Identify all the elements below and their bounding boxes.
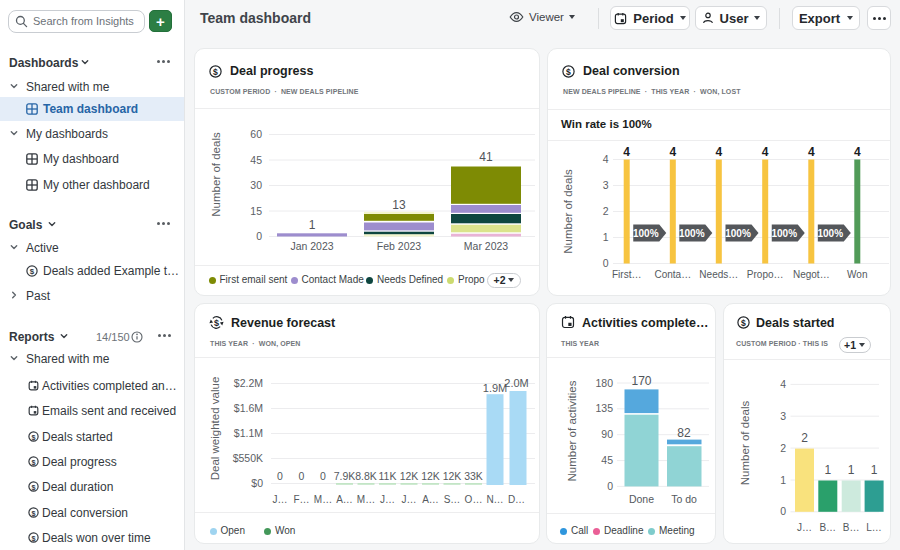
svg-text:To do: To do: [671, 493, 697, 505]
svg-text:Negot…: Negot…: [793, 269, 830, 280]
svg-text:33K: 33K: [464, 470, 483, 482]
svg-text:3: 3: [780, 410, 786, 422]
svg-text:1: 1: [824, 463, 831, 477]
svg-text:Won: Won: [847, 269, 867, 280]
svg-text:60: 60: [250, 128, 262, 140]
svg-text:100%: 100%: [771, 228, 797, 239]
svg-text:0: 0: [603, 257, 609, 269]
svg-text:J…: J…: [380, 494, 395, 505]
svg-text:0: 0: [256, 230, 262, 242]
svg-text:12K: 12K: [443, 470, 462, 482]
svg-text:12K: 12K: [400, 470, 419, 482]
svg-text:1: 1: [848, 463, 855, 477]
svg-text:1: 1: [780, 474, 786, 486]
svg-text:Feb 2023: Feb 2023: [377, 240, 422, 252]
svg-text:$0: $0: [251, 477, 263, 489]
svg-text:L…: L…: [866, 522, 882, 533]
svg-text:$: $: [31, 457, 35, 466]
svg-text:J…: J…: [797, 522, 812, 533]
svg-text:0: 0: [780, 505, 786, 517]
svg-text:$: $: [31, 508, 35, 517]
svg-text:4: 4: [603, 153, 609, 165]
svg-text:45: 45: [601, 454, 613, 466]
svg-text:82: 82: [677, 426, 691, 440]
svg-text:100%: 100%: [633, 228, 659, 239]
svg-text:Number of deals: Number of deals: [210, 132, 222, 217]
svg-text:180: 180: [595, 377, 613, 389]
svg-text:A…: A…: [422, 494, 439, 505]
svg-text:4: 4: [854, 145, 861, 159]
svg-text:11K: 11K: [379, 470, 397, 482]
svg-text:Number of deals: Number of deals: [562, 169, 574, 254]
svg-text:45: 45: [250, 154, 262, 166]
svg-text:F…: F…: [293, 494, 309, 505]
svg-text:4: 4: [762, 145, 769, 159]
svg-text:J…: J…: [402, 494, 417, 505]
svg-text:$: $: [31, 483, 35, 492]
svg-text:1: 1: [603, 231, 609, 243]
svg-text:2.0M: 2.0M: [504, 377, 528, 389]
svg-text:B…: B…: [819, 522, 836, 533]
svg-text:Mar 2023: Mar 2023: [464, 240, 509, 252]
svg-text:Propo…: Propo…: [747, 269, 784, 280]
svg-text:100%: 100%: [725, 228, 751, 239]
svg-text:4: 4: [780, 378, 786, 390]
svg-text:4: 4: [715, 145, 722, 159]
svg-text:4: 4: [623, 145, 630, 159]
svg-text:$550K: $550K: [233, 452, 263, 464]
svg-text:Number of activities: Number of activities: [566, 380, 578, 481]
svg-text:$: $: [31, 534, 35, 543]
svg-text:N…: N…: [486, 494, 503, 505]
svg-text:30: 30: [250, 179, 262, 191]
svg-text:S…: S…: [444, 494, 461, 505]
svg-text:3: 3: [603, 179, 609, 191]
svg-text:170: 170: [631, 374, 651, 388]
svg-text:100%: 100%: [818, 228, 844, 239]
svg-text:$2.2M: $2.2M: [234, 377, 263, 389]
svg-text:Needs…: Needs…: [699, 269, 738, 280]
svg-text:Jan 2023: Jan 2023: [290, 240, 333, 252]
svg-text:0: 0: [277, 470, 283, 482]
svg-text:J…: J…: [273, 494, 288, 505]
svg-text:15: 15: [250, 205, 262, 217]
svg-text:O…: O…: [465, 494, 483, 505]
svg-text:4: 4: [808, 145, 815, 159]
svg-text:2: 2: [603, 205, 609, 217]
svg-text:7.9K: 7.9K: [334, 470, 356, 482]
svg-text:0: 0: [607, 480, 613, 492]
svg-text:$1.6M: $1.6M: [234, 402, 263, 414]
svg-text:8.8K: 8.8K: [355, 470, 377, 482]
svg-text:Done: Done: [629, 493, 654, 505]
svg-text:A…: A…: [336, 494, 353, 505]
svg-text:Deal weighted value: Deal weighted value: [209, 377, 221, 481]
svg-text:0: 0: [299, 470, 305, 482]
svg-text:M…: M…: [314, 494, 332, 505]
svg-text:1: 1: [871, 463, 878, 477]
svg-text:2: 2: [780, 442, 786, 454]
svg-text:B…: B…: [843, 522, 860, 533]
svg-text:$: $: [31, 432, 35, 441]
svg-text:$1.1M: $1.1M: [234, 427, 263, 439]
svg-text:D…: D…: [508, 494, 525, 505]
svg-text:13: 13: [392, 198, 406, 212]
svg-text:90: 90: [601, 428, 613, 440]
svg-text:$: $: [30, 267, 35, 276]
svg-text:Number of deals: Number of deals: [739, 401, 751, 486]
svg-text:12K: 12K: [421, 470, 440, 482]
svg-text:M…: M…: [357, 494, 375, 505]
svg-text:4: 4: [669, 145, 676, 159]
svg-text:135: 135: [595, 402, 613, 414]
svg-text:41: 41: [479, 150, 493, 164]
svg-text:1: 1: [309, 218, 316, 232]
svg-text:First…: First…: [612, 269, 641, 280]
svg-text:0: 0: [320, 470, 326, 482]
svg-text:100%: 100%: [679, 228, 705, 239]
svg-text:2: 2: [801, 431, 808, 445]
svg-text:Conta…: Conta…: [654, 269, 691, 280]
